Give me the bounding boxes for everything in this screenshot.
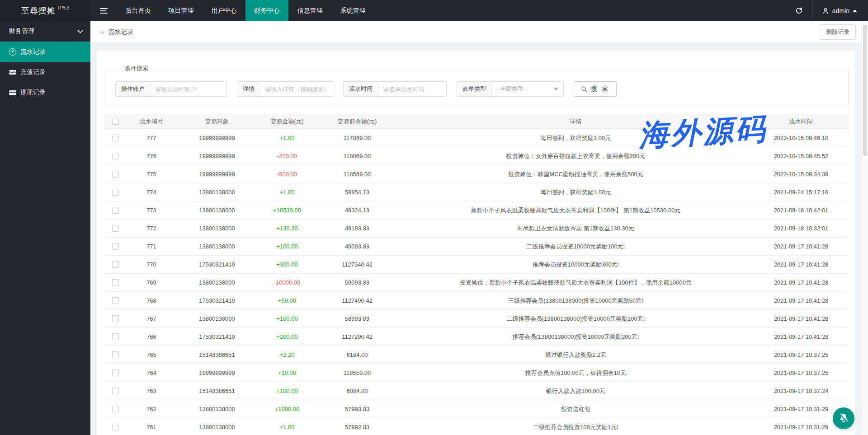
refresh-icon bbox=[795, 7, 803, 14]
bill-type-select[interactable]: - 全部类型 - bbox=[492, 82, 563, 96]
row-checkbox[interactable] bbox=[112, 153, 119, 159]
detail-cell: 投资摊位：新款小个子风衣温柔收腰薄款气质大衣寄卖利润【100件】，使用余额100… bbox=[398, 279, 754, 287]
sidebar-item[interactable]: 提现记录 bbox=[0, 82, 90, 103]
top-menu-item-label: 项目管理 bbox=[169, 7, 194, 15]
operator-account-input[interactable] bbox=[151, 82, 226, 96]
account-cell: 13800138000 bbox=[176, 225, 258, 232]
vertical-scrollbar[interactable] bbox=[861, 21, 868, 435]
flow-time-label: 流水时间 bbox=[344, 82, 378, 96]
row-checkbox[interactable] bbox=[112, 351, 119, 358]
sidebar-toggle-button[interactable] bbox=[90, 0, 117, 21]
user-menu[interactable]: admin bbox=[813, 0, 868, 21]
delete-records-button[interactable]: 删除记录 bbox=[820, 24, 856, 40]
flow-time-input[interactable] bbox=[378, 82, 446, 96]
time-cell: 2021-09-18 10:42:01 bbox=[754, 207, 849, 214]
refresh-button[interactable] bbox=[786, 0, 812, 21]
amount-cell: +100.00 bbox=[258, 388, 316, 394]
main-content: » 流水记录 删除记录 条件搜索 操作账户 详情 流水时间 bbox=[90, 21, 861, 435]
time-cell: 2021-09-17 10:41:28 bbox=[754, 243, 849, 250]
flow-id-cell: 775 bbox=[127, 171, 176, 178]
time-cell: 2021-09-17 10:41:28 bbox=[754, 261, 849, 268]
time-cell: 2021-09-17 10:37:25 bbox=[754, 370, 849, 376]
balance-cell: 1127290.42 bbox=[316, 333, 398, 340]
row-checkbox[interactable] bbox=[112, 406, 119, 412]
account-cell: 17530321419 bbox=[176, 333, 258, 340]
time-cell: 2021-09-17 10:31:29 bbox=[754, 406, 849, 412]
balance-cell: 49193.83 bbox=[316, 225, 398, 232]
row-checkbox[interactable] bbox=[112, 207, 119, 214]
row-checkbox[interactable] bbox=[112, 333, 119, 340]
detail-cell: 新款小个子风衣温柔收腰薄款气质大衣寄卖利润【100件】 第1期收益10530.0… bbox=[398, 206, 754, 215]
notification-fab-button[interactable] bbox=[833, 407, 854, 429]
top-menu-item[interactable]: 系统管理 bbox=[331, 0, 374, 21]
flow-id-cell: 762 bbox=[127, 406, 176, 412]
row-checkbox[interactable] bbox=[112, 189, 119, 196]
top-menu-item[interactable]: 财务中心 bbox=[245, 0, 288, 21]
detail-input[interactable] bbox=[260, 82, 333, 96]
row-checkbox[interactable] bbox=[112, 388, 119, 394]
top-menu: 后台首页 项目管理 用户中心 财务中心 信息管理 系统管理 bbox=[117, 0, 374, 21]
row-checkbox[interactable] bbox=[112, 315, 119, 322]
amount-cell: +1000.00 bbox=[258, 406, 316, 412]
row-checkbox[interactable] bbox=[112, 225, 119, 232]
sidebar-item-label: 充值记录 bbox=[20, 68, 46, 76]
top-menu-item-label: 系统管理 bbox=[340, 7, 366, 15]
balance-cell: 118569.00 bbox=[316, 171, 398, 178]
table-row: 762 13800138000 +1000.00 57993.83 投资送红包 … bbox=[104, 400, 849, 418]
amount-cell: +130.30 bbox=[258, 225, 316, 232]
bill-type-label: 账单类型 bbox=[457, 82, 492, 96]
row-checkbox[interactable] bbox=[112, 424, 119, 430]
table-row: 768 17530321419 +50.00 1127490.42 三级推荐会员… bbox=[104, 292, 849, 310]
sidebar-section-finance[interactable]: 财务管理 bbox=[0, 21, 90, 42]
app-logo: 至尊摆摊 TP5.3 bbox=[0, 0, 90, 21]
detail-cell: 通过银行入款奖励2.2元 bbox=[398, 351, 754, 359]
table-row: 769 13800138000 -10000.00 59093.83 投资摊位：… bbox=[104, 274, 849, 292]
table-row: 770 17530321419 +300.00 1127540.42 推荐会员投… bbox=[104, 256, 849, 274]
table-row: 772 13800138000 +130.30 49193.83 时尚款卫衣女清… bbox=[104, 220, 849, 238]
top-menu-item[interactable]: 后台首页 bbox=[117, 0, 160, 21]
operator-account-label: 操作账户 bbox=[116, 82, 151, 96]
row-checkbox[interactable] bbox=[112, 279, 119, 286]
detail-cell: 推荐会员投资10000元奖励300元! bbox=[398, 261, 754, 269]
table-row: 777 19999999999 +1.00 117869.00 每日签到，获得奖… bbox=[104, 129, 849, 147]
row-checkbox[interactable] bbox=[112, 297, 119, 304]
top-menu-item[interactable]: 信息管理 bbox=[288, 0, 331, 21]
amount-cell: +50.00 bbox=[258, 297, 316, 304]
account-cell: 19999999999 bbox=[176, 135, 258, 141]
flow-id-cell: 764 bbox=[127, 370, 176, 376]
table-row: 774 13800138000 +1.00 59854.13 每日签到，获得奖励… bbox=[104, 183, 849, 201]
content-card: 条件搜索 操作账户 详情 流水时间 账单类型 - 全部类型 bbox=[97, 51, 855, 435]
balance-cell: 59093.83 bbox=[316, 279, 398, 286]
row-checkbox[interactable] bbox=[112, 261, 119, 268]
top-menu-item-label: 信息管理 bbox=[297, 7, 323, 15]
select-all-checkbox[interactable] bbox=[112, 118, 119, 125]
account-cell: 13800138000 bbox=[176, 279, 258, 286]
detail-cell: 投资摊位：韩国MCC蜜粉控油寄卖，使用余额500元 bbox=[398, 170, 754, 178]
amount-cell: +1.00 bbox=[258, 189, 316, 196]
page-title: 流水记录 bbox=[108, 28, 133, 36]
row-checkbox[interactable] bbox=[112, 171, 119, 178]
row-checkbox[interactable] bbox=[112, 370, 119, 376]
balance-cell: 49324.13 bbox=[316, 207, 398, 214]
flow-id-cell: 761 bbox=[127, 424, 176, 430]
chevron-down-icon bbox=[553, 88, 559, 91]
col-flow-id: 流水编号 bbox=[127, 117, 176, 126]
topbar: 至尊摆摊 TP5.3 后台首页 项目管理 用户中心 财务中心 信息管理 系统管理 bbox=[0, 0, 868, 21]
detail-group: 详情 bbox=[237, 81, 333, 97]
top-menu-item[interactable]: 用户中心 bbox=[203, 0, 245, 21]
search-button[interactable]: 搜 索 bbox=[574, 81, 617, 97]
row-checkbox[interactable] bbox=[112, 135, 119, 141]
balance-cell: 117869.00 bbox=[316, 135, 398, 141]
table-row: 767 13800138000 +100.00 58993.83 二级推荐会员(… bbox=[104, 310, 849, 328]
scrollbar-thumb[interactable] bbox=[863, 25, 867, 156]
table-row: 766 17530321419 +200.00 1127290.42 推荐会员(… bbox=[104, 328, 849, 346]
sidebar-item-icon bbox=[9, 69, 16, 76]
top-menu-item[interactable]: 项目管理 bbox=[160, 0, 203, 21]
time-cell: 2022-10-15 09:45:52 bbox=[754, 153, 849, 159]
detail-cell: 投资摊位：女外穿百搭短款上衣寄卖，使用余额200元 bbox=[398, 152, 754, 160]
username: admin bbox=[832, 7, 849, 14]
sidebar-item[interactable]: 充值记录 bbox=[0, 62, 90, 82]
row-checkbox[interactable] bbox=[112, 243, 119, 250]
sidebar-item[interactable]: 流水记录 bbox=[0, 42, 90, 62]
detail-cell: 二级推荐会员投资100元奖励1元! bbox=[398, 423, 754, 431]
